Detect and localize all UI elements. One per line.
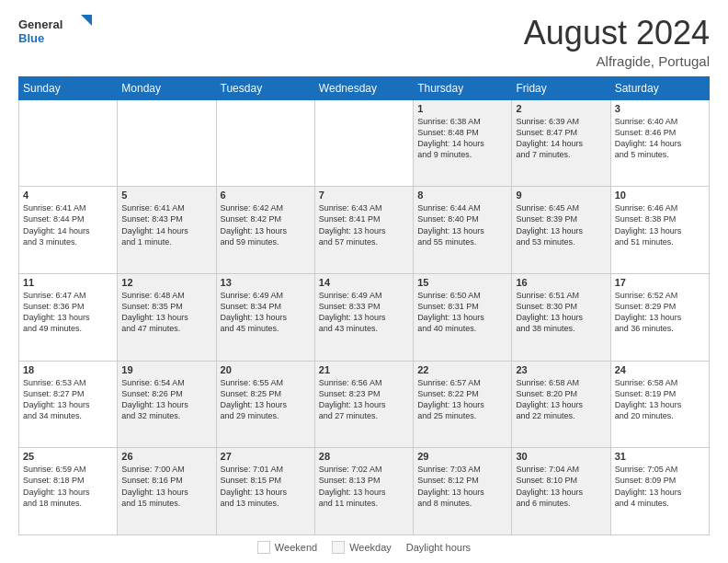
day-number: 15 (417, 277, 507, 288)
day-info: Sunrise: 6:38 AM Sunset: 8:48 PM Dayligh… (417, 116, 507, 161)
day-info: Sunrise: 6:41 AM Sunset: 8:44 PM Dayligh… (23, 202, 113, 247)
day-info: Sunrise: 6:53 AM Sunset: 8:27 PM Dayligh… (23, 377, 113, 422)
day-info: Sunrise: 6:41 AM Sunset: 8:43 PM Dayligh… (121, 202, 211, 247)
day-number: 13 (221, 277, 311, 288)
day-number: 18 (23, 364, 113, 375)
day-number: 24 (615, 364, 705, 375)
day-info: Sunrise: 6:51 AM Sunset: 8:30 PM Dayligh… (516, 290, 606, 335)
day-number: 7 (319, 190, 409, 201)
day-info: Sunrise: 6:39 AM Sunset: 8:47 PM Dayligh… (516, 116, 606, 161)
day-info: Sunrise: 7:01 AM Sunset: 8:15 PM Dayligh… (221, 464, 311, 509)
table-row (314, 99, 413, 187)
day-info: Sunrise: 6:59 AM Sunset: 8:18 PM Dayligh… (23, 464, 113, 509)
day-number: 4 (23, 190, 113, 201)
table-row: 9Sunrise: 6:45 AM Sunset: 8:39 PM Daylig… (512, 187, 610, 274)
calendar-week-3: 11Sunrise: 6:47 AM Sunset: 8:36 PM Dayli… (19, 273, 710, 361)
calendar-table: Sunday Monday Tuesday Wednesday Thursday… (18, 76, 710, 535)
calendar-week-2: 4Sunrise: 6:41 AM Sunset: 8:44 PM Daylig… (19, 187, 710, 274)
table-row: 29Sunrise: 7:03 AM Sunset: 8:12 PM Dayli… (414, 448, 512, 535)
day-number: 16 (516, 277, 606, 288)
svg-text:General: General (18, 17, 63, 31)
day-number: 31 (615, 451, 705, 462)
day-info: Sunrise: 6:47 AM Sunset: 8:36 PM Dayligh… (23, 290, 113, 335)
day-info: Sunrise: 7:05 AM Sunset: 8:09 PM Dayligh… (615, 464, 705, 509)
day-info: Sunrise: 7:03 AM Sunset: 8:12 PM Dayligh… (417, 464, 507, 509)
col-friday: Friday (512, 76, 610, 99)
legend-gray: Weekday (332, 541, 392, 554)
day-info: Sunrise: 7:04 AM Sunset: 8:10 PM Dayligh… (516, 464, 606, 509)
day-number: 25 (23, 451, 113, 462)
title-block: August 2024 Alfragide, Portugal (524, 15, 710, 69)
table-row: 10Sunrise: 6:46 AM Sunset: 8:38 PM Dayli… (610, 187, 709, 274)
day-number: 19 (121, 364, 211, 375)
day-number: 20 (221, 364, 311, 375)
day-number: 3 (615, 103, 705, 114)
day-info: Sunrise: 6:43 AM Sunset: 8:41 PM Dayligh… (319, 202, 409, 247)
table-row: 20Sunrise: 6:55 AM Sunset: 8:25 PM Dayli… (216, 361, 314, 448)
table-row: 8Sunrise: 6:44 AM Sunset: 8:40 PM Daylig… (414, 187, 512, 274)
day-info: Sunrise: 6:58 AM Sunset: 8:19 PM Dayligh… (615, 377, 705, 422)
day-info: Sunrise: 6:56 AM Sunset: 8:23 PM Dayligh… (319, 377, 409, 422)
day-info: Sunrise: 6:49 AM Sunset: 8:33 PM Dayligh… (319, 290, 409, 335)
table-row: 6Sunrise: 6:42 AM Sunset: 8:42 PM Daylig… (216, 187, 314, 274)
day-number: 26 (121, 451, 211, 462)
table-row: 14Sunrise: 6:49 AM Sunset: 8:33 PM Dayli… (314, 273, 413, 361)
day-info: Sunrise: 6:52 AM Sunset: 8:29 PM Dayligh… (615, 290, 705, 335)
table-row: 18Sunrise: 6:53 AM Sunset: 8:27 PM Dayli… (19, 361, 118, 448)
calendar-week-1: 1Sunrise: 6:38 AM Sunset: 8:48 PM Daylig… (19, 99, 710, 187)
legend-white: Weekend (257, 541, 317, 554)
col-tuesday: Tuesday (216, 76, 314, 99)
day-info: Sunrise: 6:40 AM Sunset: 8:46 PM Dayligh… (615, 116, 705, 161)
day-number: 23 (516, 364, 606, 375)
day-info: Sunrise: 7:00 AM Sunset: 8:16 PM Dayligh… (121, 464, 211, 509)
day-info: Sunrise: 6:58 AM Sunset: 8:20 PM Dayligh… (516, 377, 606, 422)
calendar-header-row: Sunday Monday Tuesday Wednesday Thursday… (19, 76, 710, 99)
day-number: 28 (319, 451, 409, 462)
logo: General Blue (18, 15, 92, 48)
logo-svg: General Blue (18, 15, 92, 48)
table-row: 31Sunrise: 7:05 AM Sunset: 8:09 PM Dayli… (610, 448, 709, 535)
footer: Weekend Weekday Daylight hours (18, 541, 710, 554)
day-number: 2 (516, 103, 606, 114)
col-thursday: Thursday (414, 76, 512, 99)
day-number: 30 (516, 451, 606, 462)
day-info: Sunrise: 6:57 AM Sunset: 8:22 PM Dayligh… (417, 377, 507, 422)
day-info: Sunrise: 6:44 AM Sunset: 8:40 PM Dayligh… (417, 202, 507, 247)
table-row: 23Sunrise: 6:58 AM Sunset: 8:20 PM Dayli… (512, 361, 610, 448)
legend-gray-label: Weekday (349, 542, 392, 553)
table-row: 12Sunrise: 6:48 AM Sunset: 8:35 PM Dayli… (118, 273, 216, 361)
table-row (19, 99, 118, 187)
legend-white-label: Weekend (275, 542, 317, 553)
col-saturday: Saturday (610, 76, 709, 99)
day-info: Sunrise: 6:54 AM Sunset: 8:26 PM Dayligh… (121, 377, 211, 422)
day-info: Sunrise: 6:55 AM Sunset: 8:25 PM Dayligh… (221, 377, 311, 422)
page: General Blue August 2024 Alfragide, Port… (0, 0, 728, 563)
table-row: 21Sunrise: 6:56 AM Sunset: 8:23 PM Dayli… (314, 361, 413, 448)
day-info: Sunrise: 6:45 AM Sunset: 8:39 PM Dayligh… (516, 202, 606, 247)
daylight-label: Daylight hours (406, 542, 471, 553)
svg-marker-2 (81, 15, 92, 26)
header: General Blue August 2024 Alfragide, Port… (18, 15, 710, 69)
day-info: Sunrise: 7:02 AM Sunset: 8:13 PM Dayligh… (319, 464, 409, 509)
table-row: 13Sunrise: 6:49 AM Sunset: 8:34 PM Dayli… (216, 273, 314, 361)
day-info: Sunrise: 6:50 AM Sunset: 8:31 PM Dayligh… (417, 290, 507, 335)
day-info: Sunrise: 6:49 AM Sunset: 8:34 PM Dayligh… (221, 290, 311, 335)
day-number: 6 (221, 190, 311, 201)
table-row: 22Sunrise: 6:57 AM Sunset: 8:22 PM Dayli… (414, 361, 512, 448)
table-row (216, 99, 314, 187)
day-number: 9 (516, 190, 606, 201)
day-number: 17 (615, 277, 705, 288)
day-number: 14 (319, 277, 409, 288)
table-row: 27Sunrise: 7:01 AM Sunset: 8:15 PM Dayli… (216, 448, 314, 535)
table-row: 25Sunrise: 6:59 AM Sunset: 8:18 PM Dayli… (19, 448, 118, 535)
day-number: 27 (221, 451, 311, 462)
table-row: 5Sunrise: 6:41 AM Sunset: 8:43 PM Daylig… (118, 187, 216, 274)
table-row (118, 99, 216, 187)
col-monday: Monday (118, 76, 216, 99)
day-number: 22 (417, 364, 507, 375)
table-row: 24Sunrise: 6:58 AM Sunset: 8:19 PM Dayli… (610, 361, 709, 448)
legend-gray-box (332, 541, 345, 554)
location-subtitle: Alfragide, Portugal (524, 53, 710, 69)
table-row: 2Sunrise: 6:39 AM Sunset: 8:47 PM Daylig… (512, 99, 610, 187)
day-number: 29 (417, 451, 507, 462)
